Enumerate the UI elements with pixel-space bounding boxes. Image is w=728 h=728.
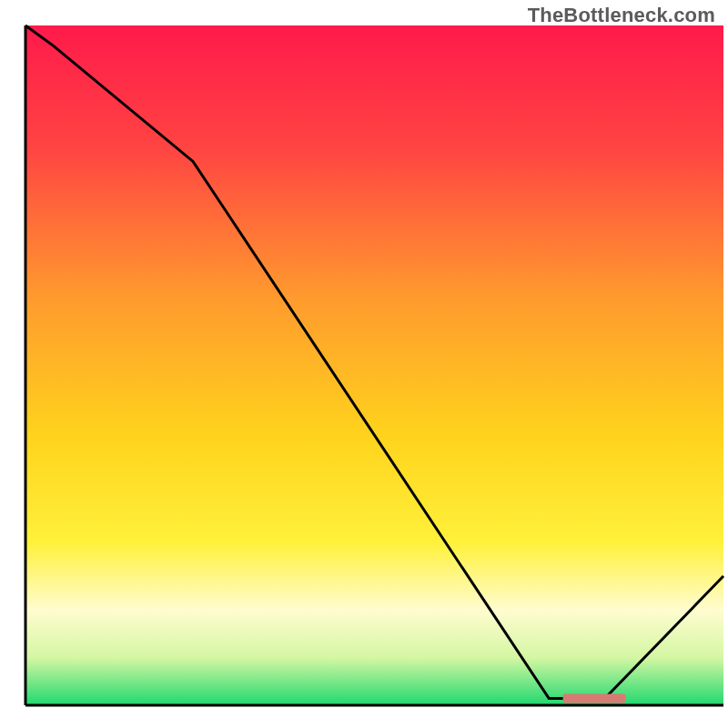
optimum-marker xyxy=(563,694,626,703)
chart-gradient-background xyxy=(25,25,723,705)
bottleneck-chart xyxy=(0,0,728,728)
watermark-text: TheBottleneck.com xyxy=(528,4,715,27)
